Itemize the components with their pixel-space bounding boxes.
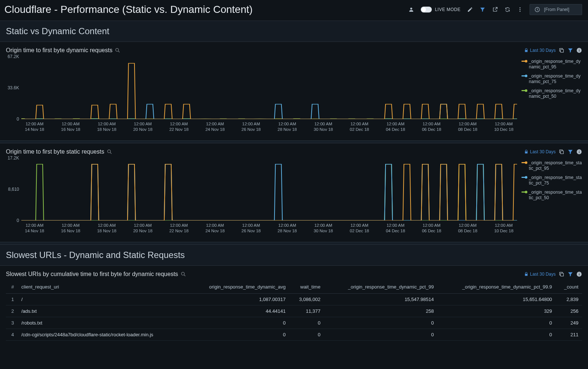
time-range-selector[interactable]: [From Panel] [530, 4, 582, 15]
more-icon[interactable] [517, 7, 523, 12]
table-header[interactable]: client_request_uri [18, 280, 187, 294]
copy-icon[interactable] [559, 149, 564, 155]
panel-time-range[interactable]: Last 30 Days [524, 48, 556, 53]
header-controls: LIVE MODE [From Panel] [408, 4, 582, 15]
live-mode-label: LIVE MODE [435, 7, 460, 12]
svg-point-3 [520, 11, 521, 12]
table-row[interactable]: 2 /ads.txt 44.44141 11,377 258 329 256 [6, 305, 582, 317]
info-icon[interactable] [576, 271, 582, 277]
svg-point-13 [181, 272, 184, 275]
svg-point-1 [520, 7, 521, 8]
legend-label: _origin_response_time_dynamic_pct_75 [529, 74, 582, 85]
panel-time-range[interactable]: Last 30 Days [524, 272, 556, 277]
legend-swatch [521, 90, 527, 91]
live-mode-toggle[interactable]: LIVE MODE [421, 7, 460, 12]
panel-filter-icon[interactable] [567, 149, 573, 155]
panel-filter-icon[interactable] [567, 271, 573, 277]
magnify-icon[interactable] [115, 47, 121, 53]
svg-point-0 [410, 8, 412, 10]
time-range-label: [From Panel] [544, 7, 569, 12]
x-tick: 12:00 AM26 Nov 18 [238, 223, 264, 234]
panel-static-ttfb: Origin time to first byte static request… [0, 143, 588, 242]
svg-point-2 [520, 9, 521, 10]
chart-legend: _origin_response_time_static_pct_95_orig… [521, 158, 582, 239]
dashboard-header: Cloudflare - Performance (Static vs. Dyn… [0, 0, 588, 21]
slowest-uris-table: #client_request_uriorigin_response_time_… [6, 280, 582, 341]
x-tick: 12:00 AM14 Nov 18 [21, 121, 48, 132]
panel-title-label: Slowest URIs by cumulative time to first… [6, 271, 178, 277]
x-tick: 12:00 AM18 Nov 18 [93, 121, 120, 132]
x-tick: 12:00 AM16 Nov 18 [57, 121, 84, 132]
legend-item[interactable]: _origin_response_time_static_pct_75 [521, 175, 582, 186]
x-tick: 12:00 AM30 Nov 18 [310, 223, 337, 234]
table-header[interactable]: _count [556, 280, 582, 294]
x-tick: 12:00 AM08 Dec 18 [455, 121, 481, 132]
x-tick: 12:00 AM10 Dec 18 [491, 121, 517, 132]
table-row[interactable]: 1 / 1,087.00317 3,086,002 15,547.98514 1… [6, 294, 582, 305]
legend-label: _origin_response_time_dynamic_pct_95 [529, 59, 582, 70]
legend-item[interactable]: _origin_response_time_dynamic_pct_75 [521, 74, 582, 85]
panel-filter-icon[interactable] [567, 47, 573, 53]
table-row[interactable]: 3 /robots.txt 0 0 0 0 249 [6, 317, 582, 329]
x-tick: 12:00 AM28 Nov 18 [274, 121, 301, 132]
info-icon[interactable] [576, 149, 582, 155]
legend-item[interactable]: _origin_response_time_dynamic_pct_95 [521, 59, 582, 70]
chart-legend: _origin_response_time_dynamic_pct_95_ori… [521, 57, 582, 137]
magnify-icon[interactable] [180, 271, 186, 277]
panel-time-range[interactable]: Last 30 Days [524, 149, 556, 154]
page-title: Cloudflare - Performance (Static vs. Dyn… [4, 4, 408, 15]
share-icon[interactable] [492, 7, 498, 12]
x-tick: 12:00 AM06 Dec 18 [418, 223, 445, 234]
x-tick: 12:00 AM02 Dec 18 [346, 223, 373, 234]
panel-slowest-uris: Slowest URIs by cumulative time to first… [0, 266, 588, 344]
x-tick: 12:00 AM30 Nov 18 [310, 121, 337, 132]
x-tick: 12:00 AM04 Dec 18 [382, 121, 409, 132]
x-tick: 12:00 AM20 Nov 18 [130, 121, 156, 132]
magnify-icon[interactable] [107, 149, 112, 155]
svg-rect-14 [560, 273, 563, 276]
legend-swatch [521, 191, 527, 193]
legend-swatch [521, 75, 527, 76]
x-tick: 12:00 AM04 Dec 18 [382, 223, 409, 234]
x-tick: 12:00 AM24 Nov 18 [202, 223, 228, 234]
user-icon[interactable] [408, 7, 414, 12]
svg-rect-10 [560, 151, 563, 154]
x-tick: 12:00 AM22 Nov 18 [166, 121, 192, 132]
legend-label: _origin_response_time_static_pct_75 [529, 175, 582, 186]
table-header[interactable]: # [6, 280, 18, 294]
chart-dynamic[interactable]: 67.2K 33.6K 0 12:00 AM14 Nov 1812:00 AM1… [6, 57, 517, 137]
x-tick: 12:00 AM20 Nov 18 [130, 223, 156, 234]
refresh-icon[interactable] [505, 7, 510, 12]
table-header[interactable]: wait_time [289, 280, 324, 294]
table-header[interactable]: origin_response_time_dynamic_avg [187, 280, 289, 294]
legend-item[interactable]: _origin_response_time_static_pct_50 [521, 190, 582, 201]
legend-item[interactable]: _origin_response_time_dynamic_pct_50 [521, 88, 582, 99]
x-tick: 12:00 AM16 Nov 18 [57, 223, 84, 234]
legend-swatch [521, 162, 527, 163]
filter-icon[interactable] [480, 7, 485, 12]
section-title-static-dynamic: Static vs Dynamic Content [0, 21, 588, 42]
section-title-slowest-urls: Slowest URLs - Dynamic and Static Reques… [0, 245, 588, 266]
toggle-switch[interactable] [421, 7, 432, 12]
x-tick: 12:00 AM02 Dec 18 [346, 121, 373, 132]
x-tick: 12:00 AM18 Nov 18 [93, 223, 120, 234]
x-tick: 12:00 AM08 Dec 18 [455, 223, 481, 234]
x-tick: 12:00 AM26 Nov 18 [238, 121, 264, 132]
panel-dynamic-ttfb: Origin time to first byte dynamic reques… [0, 42, 588, 140]
copy-icon[interactable] [559, 47, 564, 53]
table-header[interactable]: _origin_response_time_dynamic_pct_99.9 [437, 280, 556, 294]
x-tick: 12:00 AM10 Dec 18 [491, 223, 517, 234]
panel-title-label: Origin time to first byte static request… [6, 148, 104, 155]
info-icon[interactable] [576, 47, 582, 53]
panel-title-label: Origin time to first byte dynamic reques… [6, 47, 112, 54]
legend-swatch [521, 177, 527, 178]
x-tick: 12:00 AM14 Nov 18 [21, 223, 48, 234]
edit-icon[interactable] [467, 7, 473, 12]
table-header[interactable]: _origin_response_time_dynamic_pct_99 [324, 280, 438, 294]
legend-item[interactable]: _origin_response_time_static_pct_95 [521, 160, 582, 171]
table-row[interactable]: 4 /cdn-cgi/scripts/2448a7bd/cloudflare-s… [6, 329, 582, 341]
x-tick: 12:00 AM06 Dec 18 [418, 121, 445, 132]
copy-icon[interactable] [559, 271, 564, 277]
x-tick: 12:00 AM24 Nov 18 [202, 121, 228, 132]
chart-static[interactable]: 17.2K 8,610 0 12:00 AM14 Nov 1812:00 AM1… [6, 158, 517, 239]
